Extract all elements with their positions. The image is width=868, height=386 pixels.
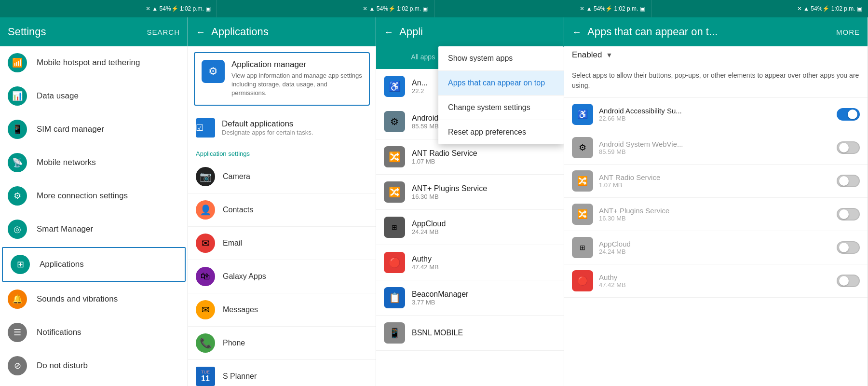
- p4-authy-toggle[interactable]: [837, 275, 860, 287]
- p3-app-bsnl[interactable]: 📱 BSNL MOBILE: [376, 316, 564, 351]
- app-manager-card[interactable]: ⚙ Application manager View app informati…: [194, 52, 370, 106]
- sidebar-item-do-not-disturb[interactable]: ⊘Do not disturb: [0, 349, 188, 383]
- status-icons-1: ✕ ▲ 54%⚡ 1:02 p.m. ▣: [146, 5, 211, 12]
- smart-manager-label: Smart Manager: [37, 224, 93, 234]
- dropdown-change-system[interactable]: Change system settings: [438, 96, 564, 120]
- p3-app-beaconmanager[interactable]: 📋 BeaconManager 3.77 MB: [376, 280, 564, 316]
- applications-label: Applications: [40, 260, 84, 269]
- p3-app-appcloud[interactable]: ⊞ AppCloud 24.24 MB: [376, 210, 564, 245]
- sidebar-item-sim[interactable]: 📱SIM card manager: [0, 113, 188, 146]
- p4-ant-plugins-toggle[interactable]: [837, 208, 860, 221]
- dropdown-apps-on-top[interactable]: Apps that can appear on top: [438, 71, 564, 96]
- p4-accessibility-name: Android Accessibility Su...: [599, 107, 831, 115]
- p4-authy-info: Authy 47.42 MB: [599, 273, 831, 289]
- apps-on-top-more-button[interactable]: MORE: [836, 28, 860, 36]
- sidebar-item-notifications[interactable]: ☰Notifications: [0, 316, 188, 349]
- p3-app-authy[interactable]: 🔴 Authy 47.42 MB: [376, 245, 564, 280]
- p4-app-ant-plugins[interactable]: 🔀 ANT+ Plugins Service 16.30 MB: [564, 198, 868, 231]
- status-section-4: ✕ ▲ 54%⚡ 1:02 p.m. ▣: [651, 0, 868, 17]
- sidebar-item-display[interactable]: 🖥Display: [0, 383, 188, 386]
- apps-on-top-back-button[interactable]: ←: [572, 27, 582, 38]
- apps-on-top-header: ← Apps that can appear on t... MORE: [564, 17, 868, 46]
- p3-bsnl-icon: 📱: [384, 322, 405, 344]
- p4-authy-toggle-knob: [839, 276, 849, 286]
- applist-back-button[interactable]: ←: [384, 27, 393, 38]
- p4-ant-plugins-name: ANT+ Plugins Service: [599, 207, 831, 215]
- p4-appcloud-toggle[interactable]: [837, 241, 860, 254]
- app-phone[interactable]: 📞 Phone: [188, 327, 376, 360]
- panels-container: Settings SEARCH 📶Mobile hotspot and teth…: [0, 17, 868, 386]
- default-apps-item[interactable]: ☑ Default applications Designate apps fo…: [188, 111, 376, 144]
- p4-accessibility-toggle[interactable]: [837, 108, 860, 121]
- sidebar-item-mobile-networks[interactable]: 📡Mobile networks: [0, 146, 188, 179]
- apps-on-top-title: Apps that can appear on t...: [587, 26, 718, 38]
- galaxy-apps-icon: 🛍: [196, 267, 215, 286]
- p3-beacon-text: BeaconManager 3.77 MB: [412, 290, 468, 306]
- app-email[interactable]: ✉ Email: [188, 227, 376, 260]
- dropdown-show-system[interactable]: Show system apps: [438, 46, 564, 71]
- p4-accessibility-info: Android Accessibility Su... 22.66 MB: [599, 107, 831, 122]
- p4-ant-plugins-info: ANT+ Plugins Service 16.30 MB: [599, 207, 831, 222]
- p4-webview-size: 85.59 MB: [599, 148, 831, 155]
- sidebar-item-applications[interactable]: ⊞Applications: [2, 247, 186, 282]
- applications-panel: ← Applications ⚙ Application manager Vie…: [188, 17, 376, 386]
- sidebar-item-smart-manager[interactable]: ◎Smart Manager: [0, 213, 188, 246]
- enabled-row: Enabled ▼: [564, 46, 868, 64]
- messages-icon: ✉: [196, 300, 215, 319]
- default-apps-title: Default applications: [222, 119, 313, 129]
- p4-appcloud-info: AppCloud 24.24 MB: [599, 240, 831, 255]
- p4-app-appcloud[interactable]: ⊞ AppCloud 24.24 MB: [564, 231, 868, 264]
- applist-header-left: ← Appli: [384, 26, 423, 38]
- app-splanner[interactable]: TUE 11 S Planner: [188, 360, 376, 386]
- apps-on-top-panel: ← Apps that can appear on t... MORE Enab…: [564, 17, 868, 386]
- p3-authy-icon: 🔴: [384, 252, 405, 273]
- p3-app-ant-plugins[interactable]: 🔀 ANT+ Plugins Service 16.30 MB: [376, 175, 564, 210]
- mobile-networks-icon: 📡: [8, 153, 27, 172]
- p4-app-ant-radio[interactable]: 🔀 ANT Radio Service 1.07 MB: [564, 165, 868, 198]
- p4-app-accessibility[interactable]: ♿ Android Accessibility Su... 22.66 MB: [564, 98, 868, 131]
- p4-ant-plugins-icon: 🔀: [572, 204, 593, 225]
- p4-appcloud-name: AppCloud: [599, 240, 831, 248]
- app-manager-icon: ⚙: [202, 60, 225, 83]
- contacts-label: Contacts: [223, 206, 253, 214]
- p4-webview-info: Android System WebVie... 85.59 MB: [599, 140, 831, 155]
- search-button[interactable]: SEARCH: [147, 28, 180, 36]
- sounds-label: Sounds and vibrations: [37, 294, 118, 304]
- p4-ant-radio-icon: 🔀: [572, 170, 593, 192]
- applications-header: ← Applications: [188, 17, 376, 46]
- p3-authy-text: Authy 47.42 MB: [412, 255, 439, 271]
- do-not-disturb-icon: ⊘: [8, 356, 27, 375]
- p4-webview-icon: ⚙: [572, 137, 593, 158]
- sidebar-item-data-usage[interactable]: 📊Data usage: [0, 80, 188, 113]
- p4-ant-radio-toggle[interactable]: [837, 175, 860, 187]
- applications-back-button[interactable]: ←: [196, 27, 205, 38]
- p4-app-authy[interactable]: 🔴 Authy 47.42 MB: [564, 264, 868, 298]
- app-galaxy-apps[interactable]: 🛍 Galaxy Apps: [188, 260, 376, 293]
- p4-webview-toggle[interactable]: [837, 141, 860, 154]
- status-section-2: ✕ ▲ 54%⚡ 1:02 p.m. ▣: [217, 0, 434, 17]
- p3-appcloud-text: AppCloud 24.24 MB: [412, 220, 446, 235]
- p4-appcloud-icon: ⊞: [572, 237, 593, 258]
- sidebar-item-sounds[interactable]: 🔔Sounds and vibrations: [0, 283, 188, 316]
- p4-app-webview[interactable]: ⚙ Android System WebVie... 85.59 MB: [564, 131, 868, 165]
- app-contacts[interactable]: 👤 Contacts: [188, 193, 376, 227]
- dropdown-reset-prefs[interactable]: Reset app preferences: [438, 120, 564, 144]
- status-section-1: ✕ ▲ 54%⚡ 1:02 p.m. ▣: [0, 0, 217, 17]
- enabled-dropdown-arrow[interactable]: ▼: [606, 51, 612, 59]
- p3-app-ant-radio[interactable]: 🔀 ANT Radio Service 1.07 MB: [376, 139, 564, 175]
- p3-ant-plugins-text: ANT+ Plugins Service 16.30 MB: [412, 184, 487, 200]
- app-messages[interactable]: ✉ Messages: [188, 293, 376, 327]
- data-usage-icon: 📊: [8, 86, 27, 106]
- p3-accessibility-text: An... 22.2: [412, 79, 428, 95]
- p4-ant-radio-size: 1.07 MB: [599, 181, 831, 189]
- app-settings-section-label: Application settings: [188, 144, 376, 160]
- phone-label: Phone: [223, 339, 245, 347]
- p3-ant-radio-text: ANT Radio Service 1.07 MB: [412, 149, 477, 165]
- p4-appcloud-toggle-knob: [839, 243, 849, 252]
- p4-authy-icon: 🔴: [572, 270, 593, 291]
- sidebar-item-hotspot[interactable]: 📶Mobile hotspot and tethering: [0, 46, 188, 80]
- sidebar-item-more-connection[interactable]: ⚙More connection settings: [0, 179, 188, 213]
- app-camera[interactable]: 📷 Camera: [188, 160, 376, 193]
- default-apps-icon: ☑: [196, 118, 215, 138]
- apps-on-top-description: Select apps to allow their buttons, pop-…: [564, 70, 868, 98]
